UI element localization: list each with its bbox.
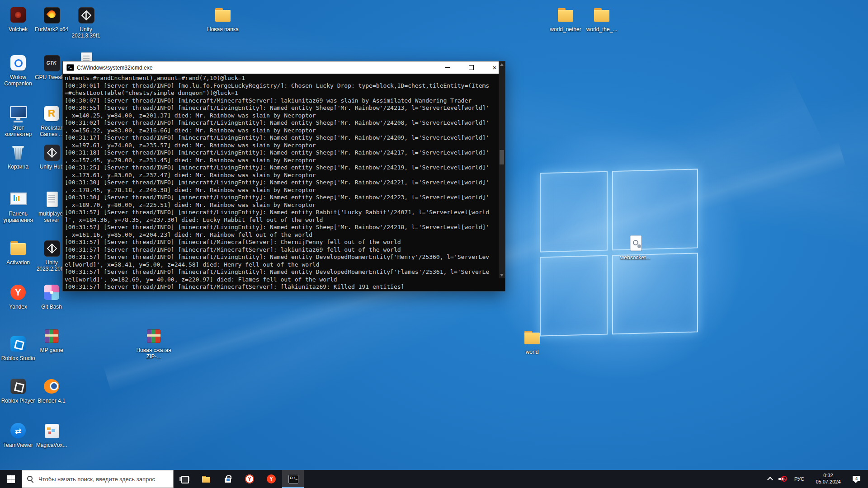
- recycle-icon: [7, 143, 29, 163]
- desktop-icon-activation[interactable]: Activation: [0, 239, 36, 266]
- desktop-icon-label: Новая папка: [205, 27, 241, 33]
- desktop-icon-roblox-studio[interactable]: Roblox Studio: [0, 334, 36, 362]
- console-line: =#chestLootTable("chests/simple_dungeon"…: [65, 89, 498, 97]
- cmd-app-icon: [66, 64, 74, 71]
- desktop-icon-этот-компьютер[interactable]: Этот компьютер: [0, 104, 36, 138]
- taskbar-yandex-button[interactable]: [260, 470, 282, 488]
- desktop-icon-yandex[interactable]: Yandex: [0, 283, 36, 310]
- git-icon: [41, 283, 62, 303]
- desktop-icon-blender-4-1[interactable]: Blender 4.1: [33, 377, 70, 404]
- fur-icon: [41, 5, 62, 25]
- console-line: [00:30:55] [Server thread/INFO] [minecra…: [65, 104, 498, 112]
- taskbar-cmd-button[interactable]: [282, 470, 304, 488]
- console-line: vel[world]', x=182.69, y=-40.00, z=220.9…: [65, 276, 498, 284]
- console-line: [00:31:25] [Server thread/INFO] [minecra…: [65, 164, 498, 172]
- microsoft-store-icon: [223, 474, 233, 484]
- console-line: ntments=#randEnchantment),amount=#rand(7…: [65, 75, 498, 82]
- console-line: , x=161.16, y=85.00, z=204.23] died: Mr.…: [65, 231, 498, 239]
- unity-icon: [75, 5, 97, 25]
- cmd-window[interactable]: C:\Windows\system32\cmd.exe × ntments=#r…: [62, 61, 505, 291]
- hidden-icons-button[interactable]: [764, 470, 776, 488]
- yandex-icon: [7, 283, 29, 303]
- scroll-up-icon[interactable]: [500, 63, 504, 66]
- console-line: , x=140.25, y=84.00, z=201.37] died: Mr.…: [65, 112, 498, 120]
- console-scrollbar[interactable]: [499, 61, 505, 278]
- folder-icon: [7, 239, 29, 258]
- desktop-icon-label: Этот компьютер: [0, 125, 36, 138]
- desktop-icon-furmark2-x64[interactable]: FurMark2 x64: [33, 5, 70, 33]
- desktop-icon-mp-game[interactable]: MP game: [33, 326, 70, 354]
- desktop-icon-volchek[interactable]: Volchek: [0, 5, 36, 33]
- docgear-icon: [624, 234, 646, 253]
- desktop-icon-корзина[interactable]: Корзина: [0, 143, 36, 170]
- console-line: [00:30:01] [Server thread/INFO] [mo.lu.f…: [65, 82, 498, 90]
- taskbar-file-explorer-button[interactable]: [195, 470, 217, 488]
- desktop-icon-unity-2021-3-39f1[interactable]: Unity 2021.3.39f1: [68, 5, 104, 39]
- desktop-icon-label: Новая сжатая ZIP-...: [136, 347, 171, 360]
- rbxp-icon: [7, 377, 29, 397]
- cmd-titlebar[interactable]: C:\Windows\system32\cmd.exe ×: [63, 61, 505, 74]
- search-input[interactable]: [38, 475, 170, 483]
- console-line: [00:31:18] [Server thread/INFO] [minecra…: [65, 149, 498, 157]
- rar-icon: [41, 326, 62, 346]
- desktop-icon-панель-управления[interactable]: Панель управления: [0, 190, 36, 224]
- taskbar-task-view-button[interactable]: [174, 470, 195, 488]
- desktop-icon-magicavox[interactable]: MagicaVox...: [33, 421, 70, 449]
- start-button[interactable]: [0, 470, 22, 488]
- file-explorer-icon: [201, 474, 211, 484]
- console-line: [00:31:57] [Server thread/INFO] [minecra…: [65, 253, 498, 261]
- action-center-button[interactable]: 4: [847, 470, 866, 488]
- desktop-icon-label: Roblox Player: [0, 398, 36, 404]
- desktop-icon-label: world_the_...: [584, 27, 619, 33]
- rstar-icon: [41, 104, 62, 124]
- speaker-muted-icon: [778, 475, 787, 483]
- scroll-down-icon[interactable]: [500, 274, 504, 277]
- console-line: , x=173.61, y=83.00, z=237.47] died: Mr.…: [65, 172, 498, 179]
- desktop-icon-world-nether[interactable]: world_nether: [547, 5, 584, 33]
- desktop-icon-новая-папка[interactable]: Новая папка: [205, 5, 241, 33]
- maximize-button[interactable]: [461, 61, 481, 74]
- desktop[interactable]: VolchekFurMark2 x64Unity 2021.3.39f1Нова…: [0, 0, 868, 488]
- desktop-icon-websocket[interactable]: websocket...: [617, 234, 653, 261]
- minimize-button[interactable]: [437, 61, 458, 74]
- console-line: , x=197.61, y=74.00, z=235.57] died: Mr.…: [65, 142, 498, 150]
- unity-icon: [41, 239, 62, 258]
- desktop-icon-wolow-companion[interactable]: Wolow Companion: [0, 53, 36, 87]
- unityhub-icon: [41, 143, 62, 163]
- desktop-icon-новая-сжатая-zip[interactable]: Новая сжатая ZIP-...: [136, 326, 172, 360]
- desktop-icon-label: world: [514, 349, 550, 356]
- folder-icon: [212, 5, 234, 25]
- desktop-icon-label: Roblox Studio: [0, 356, 36, 362]
- rar-icon: [143, 326, 165, 346]
- audio-status-button[interactable]: [776, 470, 789, 488]
- console-line: ]', x=184.36, y=78.35, z=237.30] died: L…: [65, 216, 498, 224]
- desktop-icon-label: world_nether: [548, 27, 583, 33]
- desktop-icon-label: Корзина: [0, 164, 36, 170]
- language-indicator[interactable]: РУС: [789, 470, 809, 488]
- console-line: [00:31:57] [Server thread/INFO] [minecra…: [65, 268, 498, 276]
- clock[interactable]: 0:32 05.07.2024: [809, 470, 847, 488]
- desktop-icon-roblox-player[interactable]: Roblox Player: [0, 377, 36, 404]
- taskbar-search[interactable]: [22, 470, 174, 488]
- window-title: C:\Windows\system32\cmd.exe: [77, 65, 434, 71]
- clock-time: 0:32: [823, 473, 833, 479]
- desktop-icon-label: Activation: [0, 260, 36, 266]
- desktop-icon-label: FurMark2 x64: [34, 27, 69, 33]
- taskbar-microsoft-store-button[interactable]: [217, 470, 239, 488]
- taskbar-pinned: [174, 470, 304, 488]
- desktop-icon-label: Wolow Companion: [0, 75, 36, 87]
- desktop-icon-world-the[interactable]: world_the_...: [584, 5, 620, 33]
- console-line: [00:31:57] [Server thread/INFO] [minecra…: [65, 283, 498, 291]
- scrollbar-thumb[interactable]: [500, 150, 504, 164]
- taskbar-yandex-browser-button[interactable]: [239, 470, 260, 488]
- magica-icon: [41, 421, 62, 441]
- desktop-icon-label: Volchek: [0, 27, 36, 33]
- console-output[interactable]: ntments=#randEnchantment),amount=#rand(7…: [63, 74, 505, 291]
- cmd-icon: [288, 474, 298, 484]
- tv-icon: [7, 421, 29, 441]
- console-line: el[world]', x=58.41, y=5.00, z=244.58] d…: [65, 261, 498, 269]
- console-line: , x=157.45, y=79.00, z=231.45] died: Mr.…: [65, 157, 498, 164]
- desktop-icon-teamviewer[interactable]: TeamViewer: [0, 421, 36, 449]
- desktop-icon-world[interactable]: world: [514, 328, 550, 356]
- console-line: [00:31:17] [Server thread/INFO] [minecra…: [65, 134, 498, 142]
